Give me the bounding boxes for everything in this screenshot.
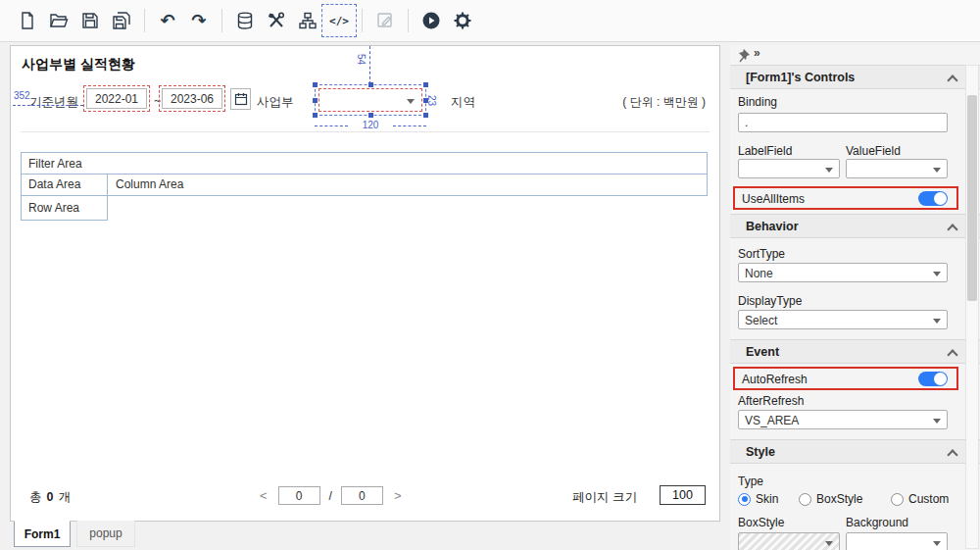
- guide-left-value: 352: [14, 90, 30, 101]
- total-value: 0: [47, 490, 54, 504]
- row-area-cell[interactable]: Row Area: [21, 196, 108, 221]
- value-field-label: ValueField: [846, 144, 901, 158]
- total-prefix: 총: [29, 490, 42, 504]
- use-all-items-toggle[interactable]: [918, 191, 948, 206]
- total-pages-input[interactable]: [341, 486, 383, 505]
- selection-handle[interactable]: [313, 113, 318, 118]
- tab-popup[interactable]: popup: [76, 521, 135, 547]
- redo-button[interactable]: ↷: [183, 6, 215, 35]
- selection-handle[interactable]: [368, 113, 373, 118]
- selection-handle[interactable]: [313, 98, 318, 103]
- current-page-input[interactable]: [278, 486, 320, 505]
- calendar-button[interactable]: [230, 88, 251, 110]
- binding-input[interactable]: [738, 113, 948, 132]
- type-label: Type: [738, 475, 763, 488]
- auto-refresh-toggle[interactable]: [918, 372, 948, 386]
- toolbar-separator: [221, 9, 222, 32]
- selection-handle[interactable]: [313, 82, 318, 87]
- chevron-up-icon: [947, 449, 957, 460]
- sort-type-value: None: [745, 267, 773, 280]
- total-suffix: 개: [58, 490, 71, 504]
- scrollbar-thumb[interactable]: [967, 95, 977, 301]
- selection-handle[interactable]: [423, 113, 428, 118]
- edit-button[interactable]: [369, 6, 401, 35]
- style-section-header[interactable]: Style: [730, 439, 980, 464]
- next-page-button[interactable]: >: [392, 488, 404, 503]
- label-field-select[interactable]: [738, 159, 840, 178]
- box-style-select[interactable]: [738, 532, 840, 550]
- radio-icon: [891, 493, 904, 506]
- auto-refresh-highlight: AutoRefresh: [733, 367, 958, 390]
- label-field-label: LabelField: [738, 144, 792, 158]
- dept-select[interactable]: [318, 88, 422, 112]
- sitemap-button[interactable]: [292, 6, 323, 35]
- radio-icon: [738, 493, 751, 506]
- run-button[interactable]: [416, 6, 447, 35]
- value-field-select[interactable]: [846, 159, 948, 178]
- display-type-value: Select: [745, 314, 777, 327]
- after-refresh-select[interactable]: VS_AREA: [738, 410, 948, 429]
- chevron-down-icon: [933, 272, 941, 276]
- event-section-header[interactable]: Event: [730, 339, 980, 364]
- use-all-items-highlight: UseAllItems: [733, 186, 958, 210]
- page-size-input[interactable]: [660, 485, 706, 505]
- after-refresh-label: AfterRefresh: [738, 394, 804, 408]
- prev-page-button[interactable]: <: [258, 488, 270, 503]
- after-refresh-value: VS_AREA: [745, 414, 799, 427]
- new-document-button[interactable]: [12, 6, 43, 35]
- redo-icon: ↷: [191, 12, 206, 29]
- save-icon: [80, 11, 100, 30]
- date-from-input[interactable]: [86, 88, 147, 109]
- auto-refresh-label: AutoRefresh: [742, 373, 808, 386]
- chevron-down-icon: [825, 168, 833, 173]
- style-section-title: Style: [746, 445, 775, 459]
- save-all-button[interactable]: [106, 6, 137, 35]
- open-folder-icon: [49, 11, 69, 30]
- radio-label: Skin: [756, 492, 778, 506]
- sort-type-select[interactable]: None: [738, 263, 948, 282]
- filter-area-cell[interactable]: Filter Area: [21, 152, 708, 175]
- guide-top-value: 54: [356, 54, 367, 65]
- toolbar-separator: [408, 9, 409, 32]
- database-button[interactable]: [229, 6, 261, 35]
- event-section-title: Event: [746, 345, 779, 359]
- tools-icon: [267, 11, 286, 30]
- settings-button[interactable]: [447, 6, 478, 35]
- collapse-panel-button[interactable]: »: [754, 46, 760, 60]
- save-all-icon: [112, 11, 131, 30]
- chevron-down-icon: [933, 419, 941, 424]
- radio-icon: [799, 493, 811, 506]
- controls-section-header[interactable]: [Form1]'s Controls: [730, 65, 980, 89]
- undo-button[interactable]: ↶: [152, 6, 183, 35]
- guide-line: [13, 105, 83, 106]
- code-editor-button[interactable]: </>: [323, 6, 355, 35]
- tools-button[interactable]: [261, 6, 292, 35]
- column-area-cell[interactable]: Column Area: [108, 175, 183, 195]
- guide-right-value: 23: [426, 95, 437, 106]
- properties-panel: » [Form1]'s Controls Binding LabelField …: [730, 45, 980, 550]
- run-icon: [421, 11, 441, 30]
- toggle-knob: [934, 192, 947, 205]
- display-type-select[interactable]: Select: [738, 310, 948, 329]
- report-title: 사업부별 실적현황: [22, 56, 135, 74]
- type-radio-custom[interactable]: Custom: [891, 492, 949, 506]
- sort-type-label: SortType: [738, 247, 785, 261]
- open-folder-button[interactable]: [43, 6, 74, 35]
- background-select[interactable]: [846, 532, 948, 550]
- divider: [21, 131, 710, 132]
- chevron-up-icon: [947, 224, 957, 234]
- toolbar-separator: [362, 9, 363, 32]
- behavior-section-header[interactable]: Behavior: [730, 214, 980, 238]
- data-area-cell[interactable]: Data Area: [22, 175, 108, 195]
- date-to-input[interactable]: [162, 88, 222, 109]
- tab-form1[interactable]: Form1: [14, 521, 71, 547]
- type-radio-skin[interactable]: Skin: [738, 492, 778, 506]
- calendar-icon: [234, 92, 248, 106]
- type-radio-boxstyle[interactable]: BoxStyle: [799, 492, 862, 506]
- selection-handle[interactable]: [423, 82, 428, 87]
- save-button[interactable]: [74, 6, 106, 35]
- panel-scrollbar[interactable]: [965, 65, 979, 549]
- box-style-label: BoxStyle: [738, 516, 784, 529]
- dept-label: 사업부: [257, 94, 294, 111]
- pin-icon[interactable]: [736, 47, 752, 63]
